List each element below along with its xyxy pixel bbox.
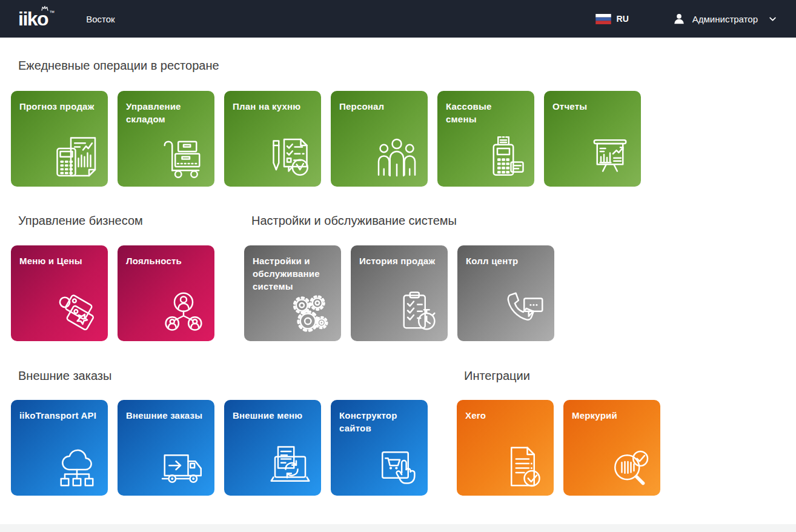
tile-loyalty[interactable]: Лояльность bbox=[118, 245, 214, 341]
tile-label: Персонал bbox=[339, 100, 417, 113]
section-business-management: Управление бизнесом Меню и Цены Лояльнос… bbox=[11, 187, 214, 341]
tile-label: Конструктор сайтов bbox=[339, 409, 417, 434]
user-name: Администратор bbox=[692, 14, 758, 24]
tile-menu-prices[interactable]: Меню и Цены bbox=[11, 245, 108, 341]
tile-label: Внешние меню bbox=[233, 409, 310, 422]
price-tags-icon bbox=[53, 288, 101, 336]
user-menu[interactable]: Администратор bbox=[672, 12, 778, 25]
cart-pointer-icon bbox=[373, 442, 421, 491]
section-daily-operations: Ежедневные операции в ресторане Прогноз … bbox=[11, 38, 641, 187]
tile-xero[interactable]: Xero bbox=[457, 400, 554, 496]
tile-label: Колл центр bbox=[466, 254, 543, 267]
tile-label: Настройки и обслуживание системы bbox=[253, 254, 330, 293]
restaurant-name: Восток bbox=[86, 14, 114, 24]
document-check-icon bbox=[499, 442, 547, 491]
tile-kitchen-plan[interactable]: План на кухню bbox=[224, 91, 321, 187]
tile-call-center[interactable]: Колл центр bbox=[457, 245, 554, 341]
logo-text: iiko bbox=[18, 9, 48, 28]
tile-site-builder[interactable]: Конструктор сайтов bbox=[331, 400, 428, 496]
tile-system-settings[interactable]: Настройки и обслуживание системы bbox=[244, 245, 341, 341]
tile-label: Прогноз продаж bbox=[19, 100, 97, 113]
tile-label: iikoTransport API bbox=[19, 409, 97, 422]
phone-chat-icon bbox=[499, 288, 548, 336]
tile-cash-shifts[interactable]: Кассовые смены bbox=[437, 91, 534, 187]
report-board-icon bbox=[586, 133, 634, 182]
trademark: ™ bbox=[49, 10, 55, 16]
top-bar: iiko ™ Восток RU Администратор bbox=[0, 0, 796, 38]
tile-label: Меркурий bbox=[572, 409, 649, 422]
section-system-settings: Настройки и обслуживание системы Настрой… bbox=[244, 187, 554, 341]
tile-external-menus[interactable]: Внешние меню bbox=[224, 400, 321, 496]
gears-icon bbox=[286, 288, 334, 336]
tile-label: Xero bbox=[465, 409, 543, 422]
section-title: Ежедневные операции в ресторане bbox=[11, 58, 641, 73]
language-code: RU bbox=[617, 14, 629, 24]
menu-sync-icon bbox=[266, 442, 314, 491]
tile-reports[interactable]: Отчеты bbox=[544, 91, 641, 187]
tile-staff[interactable]: Персонал bbox=[331, 91, 428, 187]
section-external-orders: Внешние заказы iikoTransport API Внешние… bbox=[11, 341, 428, 496]
section-title: Настройки и обслуживание системы bbox=[244, 213, 554, 228]
warehouse-cart-icon bbox=[159, 133, 208, 182]
tile-sales-forecast[interactable]: Прогноз продаж bbox=[11, 91, 108, 187]
clipboard-stopwatch-icon bbox=[393, 288, 441, 336]
user-icon bbox=[672, 12, 686, 25]
tile-mercury[interactable]: Меркурий bbox=[563, 400, 660, 496]
cloud-network-icon bbox=[53, 442, 101, 491]
staff-people-icon bbox=[373, 133, 421, 182]
tile-label: Меню и Цены bbox=[19, 254, 97, 267]
chevron-down-icon bbox=[768, 14, 778, 24]
section-integrations: Интеграции Xero Меркурий bbox=[457, 341, 660, 496]
tile-sales-history[interactable]: История продаж bbox=[351, 245, 448, 341]
language-selector[interactable]: RU bbox=[595, 14, 629, 24]
tile-label: План на кухню bbox=[233, 100, 310, 113]
section-title: Управление бизнесом bbox=[11, 213, 214, 228]
tile-label: Внешние заказы bbox=[126, 409, 204, 422]
checklist-pen-icon bbox=[266, 133, 314, 182]
pos-terminal-icon bbox=[479, 133, 528, 182]
tile-label: Лояльность bbox=[126, 254, 204, 267]
russia-flag-icon bbox=[595, 14, 611, 24]
logo-crown-icon bbox=[41, 5, 48, 11]
dashboard: Ежедневные операции в ресторане Прогноз … bbox=[0, 38, 796, 496]
loyalty-network-icon bbox=[159, 288, 208, 336]
tile-inventory-management[interactable]: Управление складом bbox=[118, 91, 214, 187]
tile-iikotransport-api[interactable]: iikoTransport API bbox=[11, 400, 108, 496]
calculator-chart-icon bbox=[53, 133, 101, 182]
tile-label: Управление складом bbox=[126, 100, 204, 125]
tile-label: Кассовые смены bbox=[446, 100, 523, 125]
section-title: Внешние заказы bbox=[11, 368, 428, 383]
iiko-logo[interactable]: iiko ™ bbox=[18, 9, 55, 28]
tile-label: История продаж bbox=[359, 254, 437, 267]
barcode-search-icon bbox=[605, 442, 654, 491]
tile-label: Отчеты bbox=[552, 100, 630, 113]
footer-strip bbox=[0, 524, 796, 532]
tile-external-orders[interactable]: Внешние заказы bbox=[118, 400, 214, 496]
delivery-truck-icon bbox=[159, 442, 208, 491]
section-title: Интеграции bbox=[457, 368, 660, 383]
